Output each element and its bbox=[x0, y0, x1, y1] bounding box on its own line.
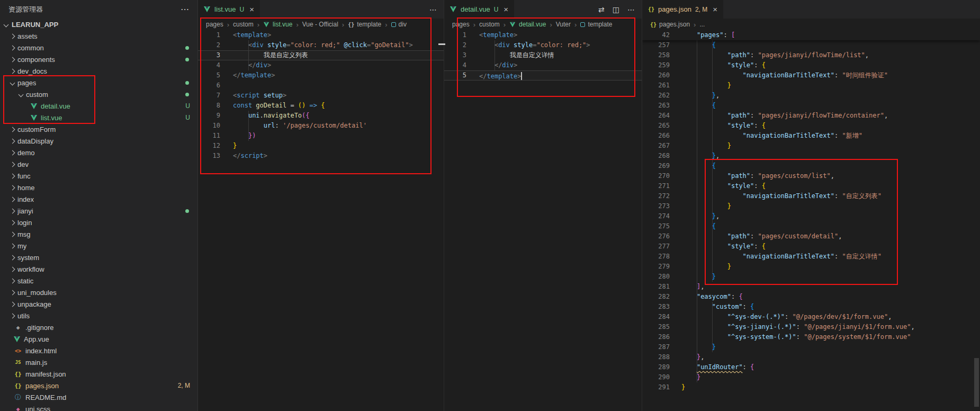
more-actions-icon[interactable]: ⋯ bbox=[429, 5, 437, 14]
breadcrumb-item[interactable]: template bbox=[580, 21, 612, 28]
tree-file-detail.vue[interactable]: detail.vueU bbox=[0, 100, 197, 112]
tree-file-README.md[interactable]: README.md bbox=[0, 391, 197, 403]
tree-folder-demo[interactable]: demo bbox=[0, 147, 197, 158]
code-line[interactable]: 1<template> bbox=[444, 30, 642, 40]
tree-folder-home[interactable]: home bbox=[0, 182, 197, 193]
tree-folder-my[interactable]: my bbox=[0, 240, 197, 252]
code-line[interactable]: 1<template> bbox=[198, 30, 444, 40]
code-line[interactable]: 286 "^sys-system-(.*)": "@/pages/system/… bbox=[642, 332, 980, 342]
tab-detail-vue[interactable]: detail.vue U × bbox=[444, 0, 514, 19]
breadcrumb-item[interactable]: custom bbox=[479, 21, 500, 28]
code-line[interactable]: 10 url: '/pages/custom/detail' bbox=[198, 121, 444, 131]
chevron-right-icon[interactable] bbox=[10, 68, 15, 74]
tree-folder-login[interactable]: login bbox=[0, 217, 197, 228]
code-line[interactable]: 257 { bbox=[642, 40, 980, 50]
breadcrumb-item[interactable]: pages bbox=[452, 21, 470, 28]
code-line[interactable]: 291} bbox=[642, 382, 980, 392]
code-line[interactable]: 280 } bbox=[642, 272, 980, 282]
breadcrumb-item[interactable]: {}template bbox=[348, 21, 381, 28]
tree-folder-dataDisplay[interactable]: dataDisplay bbox=[0, 135, 197, 147]
chevron-right-icon[interactable] bbox=[10, 57, 15, 62]
tree-file-main.js[interactable]: main.js bbox=[0, 356, 197, 368]
tree-folder-msg[interactable]: msg bbox=[0, 228, 197, 240]
chevron-right-icon[interactable] bbox=[10, 185, 15, 190]
tree-file-uni.scss[interactable]: uni.scss bbox=[0, 403, 197, 411]
chevron-right-icon[interactable] bbox=[10, 243, 15, 248]
breadcrumb-item[interactable]: div bbox=[391, 21, 407, 28]
tree-folder-assets[interactable]: assets bbox=[0, 30, 197, 42]
tab-list-vue[interactable]: list.vue U × bbox=[198, 0, 260, 19]
code-line[interactable]: 258 "path": "pages/jianyi/flowTime/list"… bbox=[642, 50, 980, 60]
code-line[interactable]: 277 "style": { bbox=[642, 242, 980, 252]
code-line[interactable]: 270 "path": "pages/custom/list", bbox=[642, 171, 980, 181]
chevron-down-icon[interactable] bbox=[10, 80, 15, 85]
code-line[interactable]: 281 ], bbox=[642, 282, 980, 292]
tree-folder-pages[interactable]: pages bbox=[0, 77, 197, 88]
breadcrumb-item[interactable]: Vuter bbox=[556, 21, 571, 28]
chevron-right-icon[interactable] bbox=[10, 266, 15, 272]
more-actions-icon[interactable]: ⋯ bbox=[627, 5, 635, 14]
chevron-right-icon[interactable] bbox=[10, 173, 15, 178]
chevron-right-icon[interactable] bbox=[10, 150, 15, 155]
tree-folder-common[interactable]: common bbox=[0, 42, 197, 53]
code-line[interactable]: 273 } bbox=[642, 201, 980, 211]
tree-file-manifest.json[interactable]: manifest.json bbox=[0, 368, 197, 380]
breadcrumb-item[interactable]: list.vue bbox=[263, 21, 292, 28]
tree-folder-static[interactable]: static bbox=[0, 275, 197, 287]
tree-folder-dev[interactable]: dev bbox=[0, 158, 197, 170]
code-line[interactable]: 3 我是自定义列表 bbox=[198, 50, 444, 60]
tree-folder-uni_modules[interactable]: uni_modules bbox=[0, 287, 197, 298]
code-line[interactable]: 266 "navigationBarTitleText": "新增" bbox=[642, 131, 980, 141]
breadcrumb-item[interactable]: Vue - Official bbox=[302, 21, 338, 28]
tree-folder-workflow[interactable]: workflow bbox=[0, 263, 197, 275]
code-line[interactable]: 272 "navigationBarTitleText": "自定义列表" bbox=[642, 191, 980, 201]
chevron-right-icon[interactable] bbox=[10, 127, 15, 132]
open-changes-icon[interactable]: ⇄ bbox=[598, 5, 605, 14]
tree-folder-unpackage[interactable]: unpackage bbox=[0, 298, 197, 310]
tree-folder-customForm[interactable]: customForm bbox=[0, 123, 197, 135]
code-line[interactable]: 261 } bbox=[642, 81, 980, 91]
tree-file-list.vue[interactable]: list.vueU bbox=[0, 112, 197, 123]
tree-file-index.html[interactable]: index.html bbox=[0, 345, 197, 356]
code-line[interactable]: 6 bbox=[198, 81, 444, 91]
breadcrumb-item[interactable]: custom bbox=[233, 21, 254, 28]
chevron-right-icon[interactable] bbox=[10, 45, 15, 50]
breadcrumb-item[interactable]: ... bbox=[699, 21, 705, 28]
close-icon[interactable]: × bbox=[249, 5, 254, 13]
code-line[interactable]: 259 "style": { bbox=[642, 60, 980, 70]
close-icon[interactable]: × bbox=[713, 5, 717, 13]
code-line[interactable]: 5</template> bbox=[198, 70, 444, 81]
breadcrumb-item[interactable]: pages bbox=[206, 21, 223, 28]
chevron-right-icon[interactable] bbox=[10, 255, 15, 260]
tree-folder-system[interactable]: system bbox=[0, 252, 197, 263]
close-icon[interactable]: × bbox=[504, 5, 508, 13]
code-line[interactable]: 5</template> bbox=[444, 70, 642, 81]
tree-file-pages.json[interactable]: pages.json2, M bbox=[0, 380, 197, 391]
tree-file-App.vue[interactable]: App.vue bbox=[0, 333, 197, 345]
tree-folder-components[interactable]: components bbox=[0, 53, 197, 65]
code-line[interactable]: 285 "^sys-jianyi-(.*)": "@/pages/jianyi/… bbox=[642, 322, 980, 332]
code-line[interactable]: 8const goDetail = () => { bbox=[198, 101, 444, 111]
sticky-scroll-line[interactable]: 42 "pages": [ bbox=[642, 30, 980, 40]
code-line[interactable]: 287 } bbox=[642, 342, 980, 352]
tab-pages-json[interactable]: {} pages.json 2, M × bbox=[642, 0, 723, 19]
more-actions-icon[interactable]: ⋯ bbox=[181, 5, 189, 14]
code-line[interactable]: 4 </div> bbox=[198, 60, 444, 70]
code-line[interactable]: 289 "unIdRouter": { bbox=[642, 362, 980, 372]
code-line[interactable]: 265 "style": { bbox=[642, 121, 980, 131]
code-line[interactable]: 283 "custom": { bbox=[642, 302, 980, 312]
chevron-right-icon[interactable] bbox=[10, 196, 15, 202]
code-line[interactable]: 13</script> bbox=[198, 151, 444, 161]
code-line[interactable]: 268 }, bbox=[642, 151, 980, 161]
code-line[interactable]: 264 "path": "pages/jianyi/flowTime/conta… bbox=[642, 111, 980, 121]
tree-folder-utils[interactable]: utils bbox=[0, 310, 197, 321]
code-line[interactable]: 275 { bbox=[642, 221, 980, 231]
chevron-right-icon[interactable] bbox=[10, 138, 15, 144]
chevron-right-icon[interactable] bbox=[10, 231, 15, 237]
tree-folder-custom[interactable]: custom bbox=[0, 88, 197, 100]
breadcrumb-item[interactable]: {}pages.json bbox=[650, 21, 690, 28]
code-line[interactable]: 290 } bbox=[642, 372, 980, 382]
tree-folder-jianyi[interactable]: jianyi bbox=[0, 205, 197, 217]
chevron-right-icon[interactable] bbox=[10, 162, 15, 167]
code-line[interactable]: 11 }) bbox=[198, 131, 444, 141]
